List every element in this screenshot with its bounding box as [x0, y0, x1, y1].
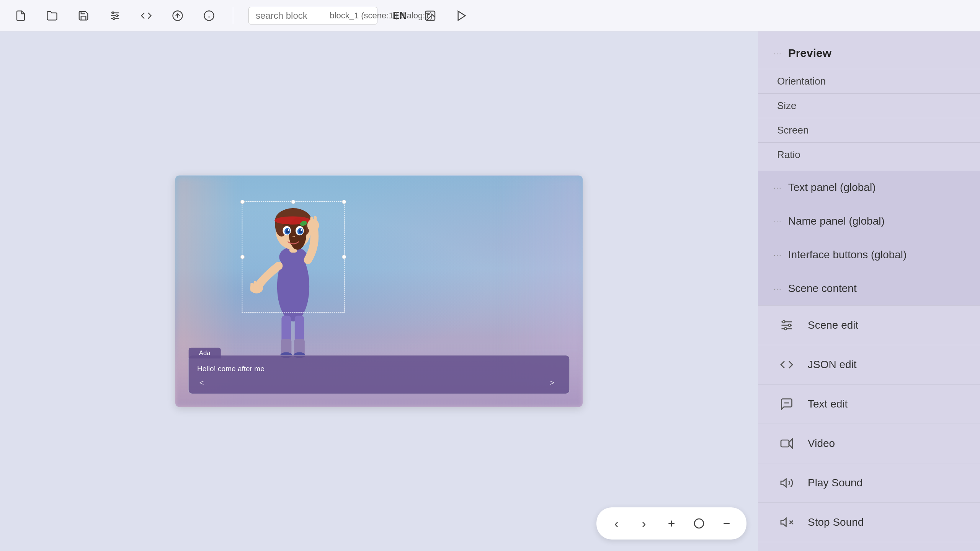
text-edit-icon: [777, 395, 796, 414]
name-panel-section[interactable]: ··· Name panel (global): [758, 204, 980, 238]
interface-buttons-dots-icon[interactable]: ···: [773, 251, 782, 259]
text-edit-item[interactable]: Text edit: [758, 384, 980, 424]
next-button[interactable]: ›: [632, 511, 656, 536]
scene-edit-icon: [777, 316, 796, 335]
variable-item[interactable]: (X) Variable: [758, 542, 980, 551]
bottom-controls: ‹ › + −: [596, 507, 746, 540]
svg-marker-13: [458, 11, 466, 20]
text-panel-label: Text panel (global): [788, 181, 876, 194]
video-item[interactable]: Video: [758, 424, 980, 463]
json-edit-item[interactable]: JSON edit: [758, 345, 980, 384]
minus-button[interactable]: −: [714, 511, 739, 536]
video-label: Video: [808, 437, 835, 450]
name-panel-dots-icon[interactable]: ···: [773, 217, 782, 226]
svg-point-37: [287, 229, 289, 231]
svg-marker-59: [781, 518, 786, 527]
svg-point-53: [789, 324, 791, 326]
name-panel-label: Name panel (global): [788, 215, 885, 227]
interface-buttons-section[interactable]: ··· Interface buttons (global): [758, 238, 980, 272]
svg-marker-57: [789, 439, 792, 448]
svg-rect-44: [254, 281, 256, 290]
svg-point-48: [694, 519, 704, 528]
svg-rect-40: [310, 217, 313, 227]
scene-edit-label: Scene edit: [808, 319, 858, 331]
code-icon[interactable]: [138, 7, 155, 24]
svg-rect-46: [260, 282, 263, 290]
character-svg: [240, 192, 347, 368]
scene-canvas: Ada Hello! come after me < >: [175, 176, 583, 407]
svg-rect-41: [314, 216, 317, 227]
svg-point-52: [783, 321, 785, 323]
toolbar-divider: [233, 7, 233, 24]
video-icon: [777, 434, 796, 453]
screen-row: Screen 16:9: [758, 118, 980, 142]
dialog-prev-button[interactable]: <: [197, 378, 206, 387]
svg-point-5: [113, 18, 115, 20]
canvas-area: Ada Hello! come after me < > ‹ › + −: [0, 31, 758, 551]
play-sound-label: Play Sound: [808, 477, 862, 489]
toolbar: EN block_1 (scene:1 | dialog:1): [0, 0, 980, 31]
ratio-label: Ratio: [777, 149, 800, 161]
stop-sound-icon: [777, 513, 796, 532]
character-name: Ada: [189, 348, 221, 359]
info-icon[interactable]: [201, 7, 217, 24]
dialog-next-button[interactable]: >: [548, 378, 557, 387]
preview-dots-icon[interactable]: ···: [773, 49, 782, 58]
json-edit-icon: [777, 355, 796, 374]
prev-button[interactable]: ‹: [604, 511, 629, 536]
upload-icon[interactable]: [169, 7, 186, 24]
right-panel: ··· Preview Orientation landscape Size 4…: [758, 31, 980, 551]
character: [240, 192, 347, 368]
scene-edit-item[interactable]: Scene edit: [758, 305, 980, 345]
text-panel-section[interactable]: ··· Text panel (global): [758, 171, 980, 204]
json-edit-label: JSON edit: [808, 359, 857, 371]
svg-point-38: [301, 229, 302, 231]
scene-content-section[interactable]: ··· Scene content: [758, 272, 980, 305]
dialog-box: Ada Hello! come after me < >: [188, 355, 570, 394]
stop-sound-label: Stop Sound: [808, 516, 864, 528]
size-label: Size: [777, 100, 797, 112]
screen-label: Screen: [777, 124, 808, 136]
svg-rect-45: [257, 280, 260, 290]
svg-point-54: [784, 328, 787, 330]
circle-button[interactable]: [687, 511, 711, 536]
size-row: Size 480: [758, 93, 980, 118]
svg-point-4: [116, 15, 118, 16]
dialog-navigation: < >: [197, 378, 557, 387]
ratio-row: Ratio: [758, 142, 980, 167]
play-sound-icon: [777, 473, 796, 492]
orientation-label: Orientation: [777, 75, 826, 87]
text-panel-dots-icon[interactable]: ···: [773, 183, 782, 192]
add-button[interactable]: +: [659, 511, 684, 536]
svg-point-3: [112, 12, 114, 14]
scene-content-dots-icon[interactable]: ···: [773, 284, 782, 293]
dialog-text: Hello! come after me: [197, 364, 557, 374]
preview-section: ··· Preview Orientation landscape Size 4…: [758, 31, 980, 171]
play-icon[interactable]: [453, 7, 470, 24]
collapsible-sections: ··· Text panel (global) ··· Name panel (…: [758, 171, 980, 305]
main-area: Ada Hello! come after me < > ‹ › + −: [0, 31, 980, 551]
stop-sound-item[interactable]: Stop Sound: [758, 502, 980, 542]
preview-title: Preview: [788, 47, 831, 60]
new-file-icon[interactable]: [12, 7, 29, 24]
orientation-row: Orientation landscape: [758, 69, 980, 93]
scene-content-label: Scene content: [788, 282, 857, 295]
text-edit-label: Text edit: [808, 398, 848, 410]
preview-header: ··· Preview: [758, 39, 980, 69]
svg-rect-43: [250, 283, 253, 292]
ratio-slider[interactable]: [800, 153, 980, 156]
svg-rect-56: [781, 440, 789, 447]
block-info: block_1 (scene:1 | dialog:1): [330, 11, 433, 21]
action-menu: Scene edit JSON edit: [758, 305, 980, 551]
interface-buttons-label: Interface buttons (global): [788, 249, 907, 261]
svg-marker-58: [781, 479, 786, 487]
toolbar-left-icons: [12, 7, 217, 24]
play-sound-item[interactable]: Play Sound: [758, 463, 980, 502]
settings-icon[interactable]: [106, 7, 123, 24]
open-folder-icon[interactable]: [44, 7, 60, 24]
save-icon[interactable]: [75, 7, 92, 24]
